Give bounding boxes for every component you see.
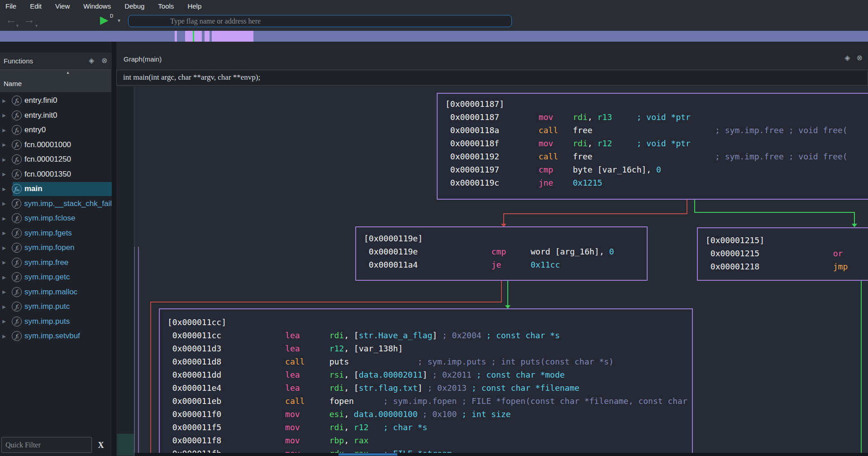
back-dropdown-icon[interactable]: ▼ bbox=[15, 24, 19, 28]
expand-arrow-icon[interactable]: ▶ bbox=[0, 172, 8, 177]
graph-block-0x0000119e[interactable]: [0x0000119e] 0x0000119e cmp word [arg_16… bbox=[355, 226, 648, 281]
function-list-item-entry0[interactable]: ▶ƒxentry0 bbox=[0, 123, 112, 138]
forward-arrow-icon[interactable]: → bbox=[24, 13, 35, 26]
disasm-line[interactable]: 0x000011f8 mov rbp, rax bbox=[167, 434, 692, 447]
function-list-item-entry.fini0[interactable]: ▶ƒxentry.fini0 bbox=[0, 93, 112, 108]
disasm-line[interactable]: 0x000011f0 mov esi, data.00000100 ; 0x10… bbox=[167, 408, 692, 421]
expand-arrow-icon[interactable]: ▶ bbox=[0, 334, 8, 339]
function-label: sym.imp.malloc bbox=[24, 288, 77, 297]
disasm-line[interactable]: 0x00001187 mov rdi, r13 ; void *ptr bbox=[445, 110, 868, 124]
menu-item-debug[interactable]: Debug bbox=[124, 2, 144, 10]
functions-close-icon[interactable]: ⊗ bbox=[101, 57, 107, 64]
expand-arrow-icon[interactable]: ▶ bbox=[0, 113, 8, 118]
function-list-item-sym.imp.setvbuf[interactable]: ▶ƒisym.imp.setvbuf bbox=[0, 329, 112, 344]
graph-horizontal-scrollbar[interactable] bbox=[134, 453, 868, 456]
disasm-line[interactable]: 0x000011e4 lea rdi, [str.flag.txt] ; 0x2… bbox=[167, 381, 692, 394]
expand-arrow-icon[interactable]: ▶ bbox=[0, 260, 8, 265]
function-list-item-sym.imp.puts[interactable]: ▶ƒisym.imp.puts bbox=[0, 314, 112, 329]
quick-filter-input[interactable] bbox=[1, 437, 92, 453]
function-icon: ƒi bbox=[12, 228, 22, 238]
debug-dropdown-icon[interactable]: ▼ bbox=[117, 18, 121, 23]
function-list-item-sym.imp.malloc[interactable]: ▶ƒisym.imp.malloc bbox=[0, 285, 112, 300]
disasm-line[interactable]: 0x00001218 jmp bbox=[706, 260, 868, 273]
function-icon: ƒx bbox=[12, 140, 22, 150]
function-list-item-entry.init0[interactable]: ▶ƒxentry.init0 bbox=[0, 108, 112, 123]
expand-arrow-icon[interactable]: ▶ bbox=[0, 157, 8, 162]
function-list-item-fcn.00001000[interactable]: ▶ƒxfcn.00001000 bbox=[0, 138, 112, 153]
expand-arrow-icon[interactable]: ▶ bbox=[0, 98, 8, 103]
disasm-line[interactable]: 0x00001192 call free ; sym.imp.free ; vo… bbox=[445, 150, 868, 163]
disasm-line[interactable]: [0x0000119e] bbox=[364, 232, 647, 245]
disasm-line[interactable]: 0x0000119c jne 0x1215 bbox=[445, 176, 868, 189]
edge-1187-false-119e bbox=[503, 213, 504, 224]
graph-horizontal-scrollbar-thumb[interactable] bbox=[339, 453, 397, 456]
function-list-item-fcn.00001250[interactable]: ▶ƒxfcn.00001250 bbox=[0, 152, 112, 167]
graph-vertical-scrollbar-thumb[interactable] bbox=[117, 434, 134, 456]
quick-filter-clear-button[interactable]: X bbox=[95, 438, 107, 452]
disasm-line[interactable]: [0x000011cc] bbox=[167, 316, 692, 329]
expand-arrow-icon[interactable]: ▶ bbox=[0, 289, 8, 294]
function-list-item-main[interactable]: ▶ƒmmain bbox=[0, 182, 112, 197]
graph-canvas[interactable]: [0x00001187] 0x00001187 mov rdi, r13 ; v… bbox=[116, 86, 868, 456]
expand-arrow-icon[interactable]: ▶ bbox=[0, 304, 8, 309]
panel-splitter[interactable] bbox=[112, 42, 116, 456]
search-input[interactable] bbox=[128, 15, 512, 27]
function-list-item-sym.imp.putc[interactable]: ▶ƒisym.imp.putc bbox=[0, 299, 112, 314]
disasm-line[interactable]: 0x00001215 or bbox=[706, 247, 868, 260]
disasm-line[interactable]: 0x000011cc lea rdi, [str.Have_a_flag] ; … bbox=[167, 329, 692, 342]
graph-block-0x00001187[interactable]: [0x00001187] 0x00001187 mov rdi, r13 ; v… bbox=[437, 93, 868, 200]
function-label: sym.imp.setvbuf bbox=[24, 331, 80, 341]
functions-name-column-header[interactable]: ▲ Name bbox=[0, 69, 111, 93]
graph-vertical-scrollbar[interactable] bbox=[116, 86, 134, 456]
function-list-item-sym.imp.free[interactable]: ▶ƒisym.imp.free bbox=[0, 255, 112, 270]
function-icon: ƒx bbox=[12, 169, 22, 179]
disasm-line[interactable]: 0x000011eb call fopen ; sym.imp.fopen ; … bbox=[167, 394, 692, 408]
expand-arrow-icon[interactable]: ▶ bbox=[0, 142, 8, 147]
menu-item-edit[interactable]: Edit bbox=[30, 2, 42, 10]
disasm-line[interactable]: 0x0000118a call free ; sym.imp.free ; vo… bbox=[445, 124, 868, 137]
expand-arrow-icon[interactable]: ▶ bbox=[0, 201, 8, 206]
disasm-line[interactable]: 0x0000118f mov rdi, r12 ; void *ptr bbox=[445, 137, 868, 150]
menu-bar: FileEditViewWindowsDebugToolsHelp bbox=[0, 0, 868, 12]
forward-dropdown-icon[interactable]: ▼ bbox=[34, 24, 38, 28]
expand-arrow-icon[interactable]: ▶ bbox=[0, 230, 8, 235]
functions-popout-icon[interactable]: ◈ bbox=[89, 57, 94, 64]
edge-1187-true-1215 bbox=[854, 212, 855, 224]
disasm-line[interactable]: 0x000011a4 je 0x11cc bbox=[364, 258, 647, 271]
function-list-item-sym.imp.fopen[interactable]: ▶ƒisym.imp.fopen bbox=[0, 240, 112, 255]
function-list-item-sym.imp.fgets[interactable]: ▶ƒisym.imp.fgets bbox=[0, 226, 112, 241]
function-icon: ƒi bbox=[12, 199, 22, 209]
expand-arrow-icon[interactable]: ▶ bbox=[0, 128, 8, 133]
expand-arrow-icon[interactable]: ▶ bbox=[0, 216, 8, 221]
graph-close-icon[interactable]: ⊗ bbox=[857, 54, 863, 62]
disasm-line[interactable]: 0x000011dd lea rsi, [data.00002011] ; 0x… bbox=[167, 368, 692, 381]
expand-arrow-icon[interactable]: ▶ bbox=[0, 245, 8, 250]
function-list-item-sym.imp.getc[interactable]: ▶ƒisym.imp.getc bbox=[0, 270, 112, 285]
expand-arrow-icon[interactable]: ▶ bbox=[0, 319, 8, 324]
graph-popout-icon[interactable]: ◈ bbox=[844, 54, 850, 62]
expand-arrow-icon[interactable]: ▶ bbox=[0, 187, 8, 192]
function-list-item-sym.imp.fclose[interactable]: ▶ƒisym.imp.fclose bbox=[0, 211, 112, 226]
function-icon: ƒx bbox=[12, 110, 22, 120]
expand-arrow-icon[interactable]: ▶ bbox=[0, 275, 8, 280]
function-list-item-fcn.00001350[interactable]: ▶ƒxfcn.00001350 bbox=[0, 167, 112, 182]
menu-item-help[interactable]: Help bbox=[187, 2, 201, 10]
disasm-line[interactable]: [0x00001187] bbox=[445, 97, 868, 110]
disasm-line[interactable]: [0x00001215] bbox=[706, 234, 868, 247]
disasm-line[interactable]: 0x000011d8 call puts ; sym.imp.puts ; in… bbox=[167, 355, 692, 368]
disasm-line[interactable]: 0x0000119e cmp word [arg_16h], 0 bbox=[364, 245, 647, 258]
disasm-line[interactable]: 0x000011f5 mov rdi, r12 ; char *s bbox=[167, 421, 692, 434]
function-list-item-sym.imp.__stack_chk_fail[interactable]: ▶ƒisym.imp.__stack_chk_fail bbox=[0, 197, 112, 211]
graph-block-0x000011cc[interactable]: [0x000011cc] 0x000011cc lea rdi, [str.Ha… bbox=[159, 308, 693, 456]
function-icon: ƒi bbox=[12, 287, 22, 297]
menu-item-tools[interactable]: Tools bbox=[158, 2, 174, 10]
function-icon: ƒx bbox=[12, 96, 22, 106]
disasm-line[interactable]: 0x000011d3 lea r12, [var_138h] bbox=[167, 342, 692, 355]
menu-item-windows[interactable]: Windows bbox=[83, 2, 111, 10]
debug-play-icon[interactable]: ▶ bbox=[100, 14, 108, 26]
graph-block-0x00001215[interactable]: [0x00001215] 0x00001215 or 0x00001218 jm… bbox=[697, 227, 868, 281]
menu-item-view[interactable]: View bbox=[55, 2, 70, 10]
disasm-line[interactable]: 0x00001197 cmp byte [var_16ch], 0 bbox=[445, 163, 868, 176]
memory-map-bar[interactable] bbox=[0, 31, 868, 42]
menu-item-file[interactable]: File bbox=[5, 2, 16, 10]
